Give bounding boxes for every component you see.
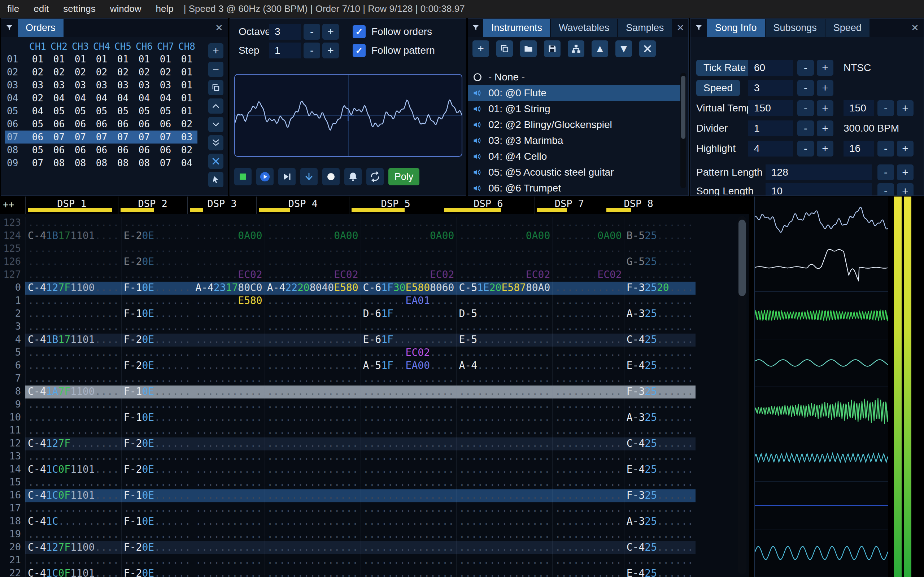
pattern-cell[interactable]: ...........0A00 [360,230,457,243]
virtual-tempo-plus-button[interactable]: + [817,100,834,116]
order-value[interactable]: 01 [48,53,69,66]
pattern-cell[interactable]: C-41C0F1101.... [25,463,121,476]
channel-header-dsp-3[interactable]: DSP 3 [187,197,257,214]
follow-pattern-checkbox[interactable]: ✓ [353,44,366,57]
instrument-item[interactable]: 04: @4 Cello [468,148,681,164]
divider-plus-button[interactable]: + [817,121,834,136]
order-value[interactable]: 02 [91,66,112,79]
remove-order-button[interactable]: − [208,62,223,77]
pattern-cell[interactable]: ........... [552,489,624,502]
virtual-tempo-minus-button[interactable]: - [797,100,814,116]
pattern-cell[interactable]: ............... [265,424,360,437]
order-value[interactable]: 05 [134,105,155,118]
pattern-cell[interactable]: ............... [25,450,121,463]
pattern-cell[interactable]: A-4............ [456,359,552,372]
menu-edit[interactable]: edit [26,3,56,15]
pattern-cell[interactable]: ........... [193,321,264,334]
pattern-cell[interactable]: ........... [552,217,624,230]
pattern-cell[interactable]: ............... [25,217,121,230]
pattern-corner-expand[interactable]: ++ [0,197,25,214]
order-value[interactable]: 08 [112,156,134,169]
order-value[interactable]: 05 [112,105,134,118]
order-value[interactable]: 01 [155,53,176,66]
pattern-cell[interactable]: ........... [193,372,264,385]
order-value[interactable]: 02 [112,66,134,79]
pattern-cell[interactable]: ............... [25,476,121,489]
pattern-cell[interactable]: ........... [121,321,193,334]
pattern-cell[interactable]: ............... [25,424,121,437]
pattern-cell[interactable]: ............... [456,515,552,528]
order-value[interactable]: 01 [176,92,197,105]
pattern-cell[interactable]: ............... [456,567,552,577]
order-value[interactable]: 04 [134,92,155,105]
pattern-cell[interactable]: ........... [193,463,264,476]
pattern-cell[interactable]: ............... [360,372,457,385]
virtual-tempo-numerator-input[interactable]: 150 [748,100,793,116]
step-plus-button[interactable]: + [322,43,339,58]
pattern-cell[interactable]: ........... [121,398,193,411]
menu-settings[interactable]: settings [56,3,103,15]
pattern-cell[interactable]: ........... [552,385,624,398]
order-value[interactable]: 02 [134,66,155,79]
order-value[interactable]: 04 [176,156,197,169]
order-value[interactable]: 06 [27,131,48,143]
order-value[interactable]: 06 [91,118,112,131]
pattern-cell[interactable]: ........... [624,424,696,437]
order-value[interactable]: 04 [69,92,91,105]
octave-input[interactable]: 3 [269,24,300,40]
pattern-scrollbar[interactable] [738,216,746,574]
pattern-cell[interactable]: F-20E...... [121,567,193,577]
order-value[interactable]: 04 [112,92,134,105]
order-value[interactable]: 02 [176,143,197,156]
step-row-button[interactable] [300,168,318,185]
pattern-cell[interactable]: ............... [265,308,360,321]
order-value[interactable]: 01 [176,66,197,79]
pattern-cell[interactable]: ........... [552,347,624,359]
pattern-cell[interactable]: D-61F.......... [360,308,457,321]
scrollbar-thumb[interactable] [738,220,746,296]
pattern-cell[interactable]: C-41C0F1101.... [25,489,121,502]
pattern-cell[interactable]: ........... [121,502,193,515]
pattern-cell[interactable]: ............... [25,528,121,541]
pattern-cell[interactable]: F-20E...... [121,437,193,450]
pattern-cell[interactable]: ............... [25,359,121,372]
order-value[interactable]: 08 [48,156,69,169]
instrument-item[interactable]: 05: @5 Acoustic steel guitar [468,164,681,180]
pattern-cell[interactable]: ............... [360,256,457,269]
order-value[interactable]: 04 [27,105,48,118]
channel-header-dsp-1[interactable]: DSP 1 [25,197,118,214]
pattern-cell[interactable]: ............... [360,321,457,334]
tab-subsongs[interactable]: Subsongs [766,19,825,37]
pattern-cell[interactable]: ............... [456,347,552,359]
tick-rate-plus-button[interactable]: + [817,60,834,76]
tab-wavetables[interactable]: Wavetables [551,19,617,37]
pattern-cell[interactable]: ............... [360,541,457,554]
stop-button[interactable] [234,168,252,185]
pattern-cell[interactable]: ........... [193,347,264,359]
pattern-cell[interactable]: ........... [624,502,696,515]
add-order-button[interactable]: + [208,43,223,58]
pattern-cell[interactable]: C-4127F1100.... [25,282,121,295]
save-instrument-button[interactable] [544,40,561,57]
pattern-cell[interactable]: ........... [552,554,624,567]
menu-help[interactable]: help [149,3,181,15]
order-value[interactable]: 04 [91,92,112,105]
scrollbar-thumb[interactable] [681,76,685,139]
channel-header-dsp-4[interactable]: DSP 4 [256,197,349,214]
order-value[interactable]: 07 [48,131,69,143]
pattern-cell[interactable]: ............... [456,424,552,437]
pattern-cell[interactable]: ........... [552,437,624,450]
order-value[interactable]: 05 [91,105,112,118]
tick-rate-minus-button[interactable]: - [797,60,814,76]
pattern-cell[interactable]: F-20E...... [121,541,193,554]
pattern-cell[interactable]: ........... [552,476,624,489]
pattern-cell[interactable]: F-10E...... [121,515,193,528]
order-value[interactable]: 03 [69,79,91,92]
pattern-cell[interactable]: F-325...... [624,385,696,398]
pattern-cell[interactable]: ........... [552,528,624,541]
pattern-cell[interactable]: ............... [360,489,457,502]
pattern-cell[interactable]: ........... [193,528,264,541]
pattern-cell[interactable]: A-51F..EA00.... [360,359,457,372]
order-value[interactable]: 06 [48,118,69,131]
pattern-cell[interactable]: ............... [265,347,360,359]
